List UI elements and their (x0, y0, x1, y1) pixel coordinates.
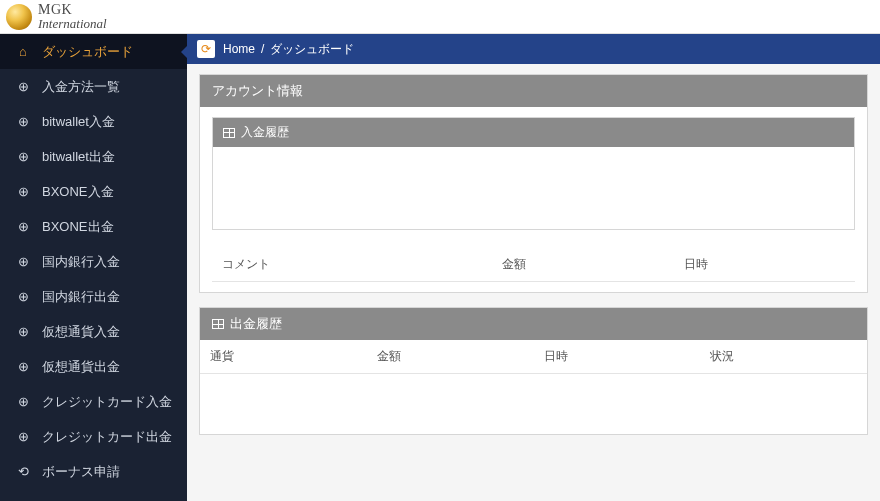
table-icon (212, 319, 224, 329)
circle-arrow-icon: ⊕ (14, 79, 32, 94)
sidebar-item-0[interactable]: ⌂ダッシュボード (0, 34, 187, 69)
sidebar-item-12[interactable]: ⟲ボーナス申請 (0, 454, 187, 489)
table-icon (223, 128, 235, 138)
sidebar-item-label: BXONE出金 (42, 218, 114, 236)
column-header: 金額 (367, 340, 534, 374)
sidebar-item-label: ダッシュボード (42, 43, 133, 61)
breadcrumb: ⟳ Home / ダッシュボード (187, 34, 880, 64)
refresh-icon[interactable]: ⟳ (197, 40, 215, 58)
sidebar-item-1[interactable]: ⊕入金方法一覧 (0, 69, 187, 104)
deposit-history-title: 入金履歴 (241, 124, 289, 141)
column-header: 通貨 (200, 340, 367, 374)
account-info-title: アカウント情報 (200, 75, 867, 107)
sidebar-item-label: ボーナス申請 (42, 463, 120, 481)
home-icon: ⌂ (14, 44, 32, 59)
circle-arrow-icon: ⊕ (14, 359, 32, 374)
brand-line1: MGK (38, 3, 107, 17)
withdraw-history-panel: 出金履歴 通貨金額日時状況 (199, 307, 868, 435)
app-header: MGK International (0, 0, 880, 34)
column-header: 金額 (492, 248, 673, 282)
sidebar-item-4[interactable]: ⊕BXONE入金 (0, 174, 187, 209)
sidebar-item-8[interactable]: ⊕仮想通貨入金 (0, 314, 187, 349)
sidebar-item-label: bitwallet入金 (42, 113, 115, 131)
deposit-history-panel: 入金履歴 (212, 117, 855, 230)
circle-arrow-icon: ⊕ (14, 324, 32, 339)
logo-text: MGK International (38, 3, 107, 30)
sidebar-item-label: 仮想通貨入金 (42, 323, 120, 341)
sidebar-item-11[interactable]: ⊕クレジットカード出金 (0, 419, 187, 454)
deposit-history-columns-table: コメント金額日時 (212, 248, 855, 282)
sidebar-item-label: クレジットカード入金 (42, 393, 172, 411)
circle-arrow-icon: ⊕ (14, 289, 32, 304)
withdraw-history-table: 通貨金額日時状況 (200, 340, 867, 434)
sidebar-item-label: 仮想通貨出金 (42, 358, 120, 376)
circle-arrow-icon: ⊕ (14, 219, 32, 234)
sidebar-item-label: 国内銀行出金 (42, 288, 120, 306)
circle-arrow-icon: ⊕ (14, 429, 32, 444)
logo-icon (6, 4, 32, 30)
sidebar: ⌂ダッシュボード⊕入金方法一覧⊕bitwallet入金⊕bitwallet出金⊕… (0, 34, 187, 501)
sidebar-item-label: クレジットカード出金 (42, 428, 172, 446)
column-header: コメント (212, 248, 492, 282)
main-area: ⟳ Home / ダッシュボード アカウント情報 入金履歴 (187, 34, 880, 501)
deposit-history-header: 入金履歴 (213, 118, 854, 147)
sidebar-item-7[interactable]: ⊕国内銀行出金 (0, 279, 187, 314)
circle-arrow-icon: ⊕ (14, 149, 32, 164)
column-header: 日時 (534, 340, 701, 374)
brand-line2: International (38, 17, 107, 30)
sidebar-item-5[interactable]: ⊕BXONE出金 (0, 209, 187, 244)
account-info-panel: アカウント情報 入金履歴 コメント金額日時 (199, 74, 868, 293)
breadcrumb-sep: / (261, 42, 264, 56)
circle-arrow-icon: ⊕ (14, 394, 32, 409)
withdraw-history-header: 出金履歴 (200, 308, 867, 340)
column-header: 状況 (700, 340, 867, 374)
share-icon: ⟲ (14, 464, 32, 479)
sidebar-item-label: 国内銀行入金 (42, 253, 120, 271)
sidebar-item-label: bitwallet出金 (42, 148, 115, 166)
sidebar-item-3[interactable]: ⊕bitwallet出金 (0, 139, 187, 174)
sidebar-item-10[interactable]: ⊕クレジットカード入金 (0, 384, 187, 419)
deposit-history-body (213, 147, 854, 229)
content: アカウント情報 入金履歴 コメント金額日時 (187, 64, 880, 459)
withdraw-history-title: 出金履歴 (230, 315, 282, 333)
circle-arrow-icon: ⊕ (14, 114, 32, 129)
sidebar-item-6[interactable]: ⊕国内銀行入金 (0, 244, 187, 279)
column-header: 日時 (674, 248, 855, 282)
sidebar-item-label: BXONE入金 (42, 183, 114, 201)
breadcrumb-current: ダッシュボード (270, 41, 354, 58)
breadcrumb-home[interactable]: Home (223, 42, 255, 56)
circle-arrow-icon: ⊕ (14, 254, 32, 269)
sidebar-item-label: 入金方法一覧 (42, 78, 120, 96)
sidebar-item-2[interactable]: ⊕bitwallet入金 (0, 104, 187, 139)
sidebar-item-9[interactable]: ⊕仮想通貨出金 (0, 349, 187, 384)
circle-arrow-icon: ⊕ (14, 184, 32, 199)
